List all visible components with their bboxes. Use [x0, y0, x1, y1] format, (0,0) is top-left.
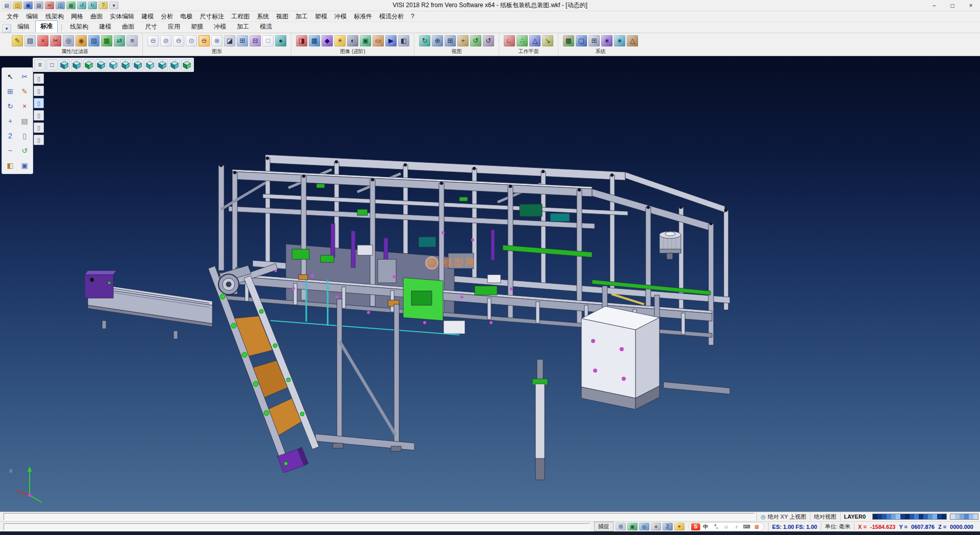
- print-icon[interactable]: ▤: [34, 2, 43, 9]
- menu-item[interactable]: 曲面: [87, 11, 106, 22]
- layer-color-swatch[interactable]: [964, 514, 969, 519]
- qat-dropdown-icon[interactable]: ▾: [109, 2, 118, 9]
- view-cube-6-icon[interactable]: [120, 59, 131, 70]
- tab-flow[interactable]: 模流: [255, 21, 277, 33]
- cut-icon[interactable]: ✂: [45, 2, 54, 9]
- shadow-icon[interactable]: ◐: [347, 35, 358, 46]
- view-cube-7-icon[interactable]: [132, 59, 143, 70]
- maximize-button[interactable]: □: [943, 0, 962, 11]
- shaded-view-icon[interactable]: ⊙: [186, 35, 197, 46]
- view-cube-1-icon[interactable]: [59, 59, 70, 70]
- tab-dropdown-icon[interactable]: ▾: [2, 24, 11, 33]
- profile-curve-icon[interactable]: ~: [4, 143, 17, 157]
- ime-emoji-icon[interactable]: ☺: [722, 523, 731, 530]
- color-filter-icon[interactable]: ▦: [101, 35, 112, 46]
- attribute-edit-icon[interactable]: ✎: [12, 35, 23, 46]
- list-properties-icon[interactable]: ≡: [127, 35, 138, 46]
- workplane-xy-icon[interactable]: ∟: [504, 35, 515, 46]
- window-layout-4-icon[interactable]: ▯: [34, 110, 44, 120]
- open-file-icon[interactable]: ◫: [13, 2, 22, 9]
- filter-point-icon[interactable]: ◉: [76, 35, 87, 46]
- layer-color-swatch[interactable]: [896, 514, 900, 519]
- dimension-2d-icon[interactable]: 2: [4, 129, 17, 142]
- wireframe-view-icon[interactable]: ⊖: [148, 35, 159, 46]
- tab-dimension[interactable]: 尺寸: [140, 21, 162, 33]
- compare-image-icon[interactable]: ◧: [398, 35, 409, 46]
- workplane-indicator[interactable]: ◎ 绝对 XY 上视图: [756, 513, 810, 521]
- tab-mold[interactable]: 塑膜: [186, 21, 208, 33]
- tab-standard[interactable]: 标准: [35, 20, 58, 33]
- erase-elements-icon[interactable]: ✂: [50, 35, 61, 46]
- ime-cn-icon[interactable]: 中: [701, 523, 710, 530]
- tab-die[interactable]: 冲模: [209, 21, 231, 33]
- active-layer-indicator[interactable]: LAYER0: [840, 513, 869, 521]
- trim-icon[interactable]: ✂: [18, 69, 31, 83]
- tab-edit[interactable]: 编辑: [12, 21, 35, 33]
- render-mode-icon[interactable]: ▣: [627, 523, 638, 530]
- shading-sphere-icon[interactable]: ●: [275, 35, 286, 46]
- layer-color-swatch[interactable]: [905, 514, 910, 519]
- menu-item[interactable]: 冲模: [331, 11, 350, 22]
- rotate-view-icon[interactable]: ↺: [470, 35, 481, 46]
- layer-color-swatch[interactable]: [973, 514, 978, 519]
- layer-color-swatch[interactable]: [914, 514, 919, 519]
- layer-color-bar-1[interactable]: [872, 514, 947, 520]
- tab-surface[interactable]: 曲面: [117, 21, 139, 33]
- layer-color-swatch[interactable]: [891, 514, 896, 519]
- layer-color-swatch[interactable]: [960, 514, 964, 519]
- menu-item[interactable]: 分析: [157, 11, 177, 22]
- view-cube-2-icon[interactable]: [71, 59, 82, 70]
- light-source-icon[interactable]: ☀: [334, 35, 346, 46]
- shaded-edges-view-icon[interactable]: ⊖: [199, 35, 210, 46]
- undo-icon[interactable]: ↺: [77, 2, 86, 9]
- view-cube-4-icon[interactable]: [95, 59, 107, 70]
- filter-circle-icon[interactable]: ◎: [63, 35, 74, 46]
- menu-item[interactable]: ?: [407, 12, 418, 21]
- previous-view-icon[interactable]: ↺: [483, 35, 494, 46]
- clipboard-icon[interactable]: ▯: [18, 129, 31, 142]
- workplane-align-icon[interactable]: ∴: [517, 35, 528, 46]
- undo-small-icon[interactable]: ↺: [18, 143, 31, 157]
- settings-icon[interactable]: ∗: [601, 35, 612, 46]
- menu-item[interactable]: 系统: [253, 11, 273, 22]
- notes-icon[interactable]: ▤: [18, 114, 31, 128]
- layer-color-swatch[interactable]: [933, 514, 937, 519]
- window-layout-1-icon[interactable]: ▯: [34, 74, 44, 84]
- copy-icon[interactable]: ◫: [56, 2, 65, 9]
- view-cube-5-icon[interactable]: [108, 59, 119, 70]
- menu-item[interactable]: 电极: [177, 11, 196, 22]
- screen-config-icon[interactable]: ∗: [614, 35, 625, 46]
- menu-item[interactable]: 模流分析: [376, 11, 407, 22]
- layer-color-swatch[interactable]: [919, 514, 923, 519]
- background-icon[interactable]: ▣: [360, 35, 371, 46]
- measure-system-icon[interactable]: △: [627, 35, 638, 46]
- layer-color-swatch[interactable]: [969, 514, 973, 519]
- menu-item[interactable]: 标准件: [350, 11, 376, 22]
- viewport-canvas[interactable]: ≡ □: [0, 56, 980, 512]
- snap-toggle-button[interactable]: 捕捉: [594, 522, 614, 531]
- attribute-copy-icon[interactable]: ▤: [24, 35, 36, 46]
- color-table-icon[interactable]: ▦: [563, 35, 574, 46]
- calculator-icon[interactable]: ⊞: [589, 35, 600, 46]
- new-file-icon[interactable]: ▤: [2, 2, 11, 9]
- menu-item[interactable]: 实体编辑: [106, 11, 138, 22]
- animation-icon[interactable]: ▶: [385, 35, 397, 46]
- view-mode-indicator[interactable]: 绝对视图: [810, 513, 840, 521]
- close-button[interactable]: ×: [962, 0, 980, 11]
- material-icon[interactable]: ◆: [322, 35, 333, 46]
- select-icon[interactable]: ↖: [4, 69, 17, 83]
- layer-color-swatch[interactable]: [950, 514, 955, 519]
- sketch-pencil-icon[interactable]: ✎: [18, 84, 31, 98]
- group-display-icon[interactable]: ⊟: [250, 35, 261, 46]
- lamp-icon[interactable]: ☀: [674, 523, 684, 530]
- menu-item[interactable]: 网格: [67, 11, 87, 22]
- layer-color-swatch[interactable]: [882, 514, 887, 519]
- layer-color-swatch[interactable]: [923, 514, 928, 519]
- zoom-window-icon[interactable]: ⊞: [445, 35, 456, 46]
- snapshot-icon[interactable]: ▭: [373, 35, 384, 46]
- window-layout-3-icon[interactable]: ▯: [34, 98, 44, 108]
- zoom-extents-icon[interactable]: ⊕: [432, 35, 443, 46]
- sogou-logo-icon[interactable]: S: [691, 523, 700, 530]
- view-cube-8-icon[interactable]: [144, 59, 156, 70]
- browser-icon[interactable]: ◎: [639, 523, 649, 530]
